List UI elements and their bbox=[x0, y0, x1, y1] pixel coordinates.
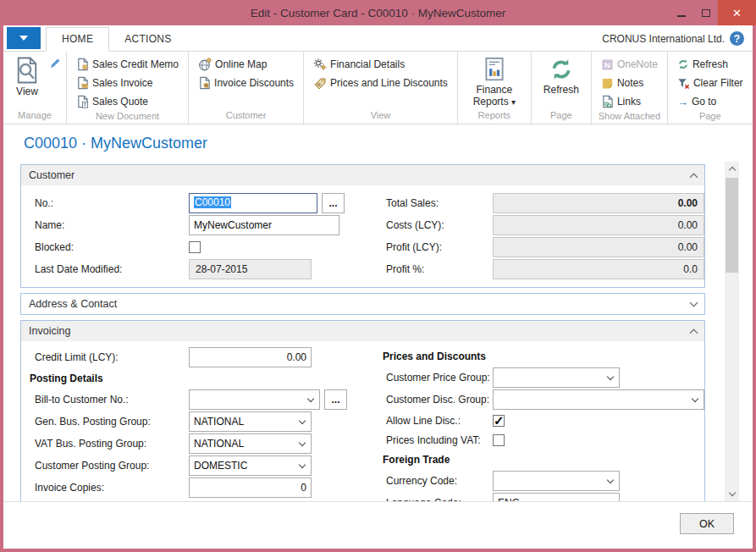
prices-line-discounts-button[interactable]: % Prices and Line Discounts bbox=[311, 75, 450, 91]
maximize-button[interactable] bbox=[693, 0, 718, 25]
ribbon-tab-row: HOME ACTIONS CRONUS International Ltd. ? bbox=[3, 25, 753, 52]
fasttab-customer-header[interactable]: Customer bbox=[21, 165, 704, 185]
online-map-button[interactable]: Online Map bbox=[196, 56, 296, 73]
scrollbar-thumb[interactable] bbox=[726, 178, 738, 273]
fasttab-invoicing-title: Invoicing bbox=[29, 325, 70, 337]
costs-lcy-label: Costs (LCY): bbox=[372, 219, 493, 231]
ribbon-group-page-2: Refresh Clear Filter Go to bbox=[668, 52, 753, 124]
gears-icon bbox=[313, 58, 327, 71]
vat-bus-posting-group-dropdown[interactable]: NATIONAL bbox=[189, 433, 312, 454]
edit-button[interactable] bbox=[50, 58, 61, 69]
onenote-icon: N bbox=[601, 58, 614, 71]
no-field[interactable]: C00010 bbox=[189, 193, 317, 213]
minimize-icon bbox=[677, 15, 686, 17]
scroll-down-button[interactable] bbox=[725, 487, 739, 501]
no-label: No.: bbox=[21, 197, 189, 209]
field-credit-limit: Credit Limit (LCY): bbox=[21, 346, 372, 368]
ribbon-group-label: View bbox=[304, 109, 457, 124]
page-title: C00010 · MyNewCustomer bbox=[24, 135, 705, 152]
field-total-sales: Total Sales: 0.00 bbox=[372, 192, 704, 214]
onenote-button[interactable]: N OneNote bbox=[599, 56, 660, 73]
bill-to-customer-dropdown[interactable] bbox=[189, 389, 320, 410]
scroll-up-button[interactable] bbox=[725, 162, 739, 176]
field-vat-bus-posting-group: VAT Bus. Posting Group: NATIONAL bbox=[21, 433, 372, 455]
no-lookup-button[interactable]: ... bbox=[322, 193, 345, 213]
customer-disc-group-dropdown[interactable] bbox=[493, 389, 704, 410]
titlebar: Edit - Customer Card - C00010 · MyNewCus… bbox=[0, 0, 756, 25]
sales-credit-memo-button[interactable]: Sales Credit Memo bbox=[74, 56, 181, 73]
minimize-button[interactable] bbox=[669, 0, 693, 25]
financial-details-button[interactable]: Financial Details bbox=[311, 56, 450, 73]
invoice-discounts-label: Invoice Discounts bbox=[214, 77, 294, 89]
credit-limit-field[interactable] bbox=[189, 347, 312, 367]
customer-posting-group-dropdown[interactable]: DOMESTIC bbox=[189, 455, 312, 476]
go-to-button[interactable]: Go to bbox=[675, 93, 746, 110]
profit-pct-label: Profit %: bbox=[372, 263, 493, 275]
notes-button[interactable]: Notes bbox=[599, 75, 660, 91]
blocked-checkbox[interactable] bbox=[189, 241, 201, 253]
document-percent-icon: % bbox=[198, 76, 211, 90]
field-costs-lcy: Costs (LCY): 0.00 bbox=[372, 214, 704, 236]
refresh-button-large[interactable]: Refresh bbox=[538, 56, 584, 109]
field-customer-posting-group: Customer Posting Group: DOMESTIC bbox=[21, 455, 372, 477]
window-title: Edit - Customer Card - C00010 · MyNewCus… bbox=[0, 7, 756, 19]
field-profit-pct: Profit %: 0.0 bbox=[372, 258, 704, 280]
invoice-copies-field[interactable] bbox=[189, 477, 312, 498]
help-icon[interactable]: ? bbox=[730, 31, 744, 46]
fasttab-customer-title: Customer bbox=[29, 169, 74, 181]
currency-code-label: Currency Code: bbox=[372, 475, 493, 487]
fasttab-address-contact-header[interactable]: Address & Contact bbox=[21, 294, 704, 314]
fasttab-address-contact-title: Address & Contact bbox=[29, 298, 117, 310]
footer-bar: OK bbox=[3, 501, 753, 549]
links-button[interactable]: Links bbox=[599, 93, 660, 110]
maximize-icon bbox=[702, 9, 710, 17]
tab-actions[interactable]: ACTIONS bbox=[109, 28, 186, 51]
gen-bus-posting-group-dropdown[interactable]: NATIONAL bbox=[189, 411, 312, 432]
fasttab-address-contact: Address & Contact bbox=[20, 293, 705, 315]
prices-discounts-heading: Prices and Discounts bbox=[372, 346, 704, 367]
ribbon-group-customer: Online Map % Invoice Discounts Customer bbox=[189, 52, 304, 124]
currency-code-dropdown[interactable] bbox=[493, 471, 620, 491]
refresh-icon bbox=[549, 57, 574, 82]
ribbon-group-show-attached: N OneNote Notes bbox=[592, 52, 668, 124]
sales-quote-button[interactable]: Sales Quote bbox=[74, 93, 181, 110]
name-label: Name: bbox=[21, 219, 189, 231]
allow-line-disc-checkbox[interactable] bbox=[493, 415, 505, 427]
close-button[interactable]: ✕ bbox=[718, 0, 756, 25]
invoice-discounts-button[interactable]: % Invoice Discounts bbox=[196, 75, 296, 91]
field-invoice-copies: Invoice Copies: bbox=[21, 477, 372, 499]
vertical-scrollbar[interactable] bbox=[725, 162, 739, 501]
field-customer-disc-group: Customer Disc. Group: bbox=[372, 389, 704, 411]
ok-button[interactable]: OK bbox=[680, 513, 734, 534]
globe-icon bbox=[198, 58, 212, 71]
name-field[interactable] bbox=[189, 215, 339, 235]
costs-lcy-field: 0.00 bbox=[493, 215, 704, 235]
finance-reports-button[interactable]: Finance Reports ▾ bbox=[465, 56, 524, 109]
document-quote-icon bbox=[76, 95, 89, 108]
view-button[interactable]: View bbox=[10, 56, 44, 99]
field-last-date-modified: Last Date Modified: 28-07-2015 bbox=[21, 258, 372, 280]
customer-price-group-dropdown[interactable] bbox=[493, 367, 620, 388]
prices-including-vat-checkbox[interactable] bbox=[493, 434, 505, 446]
window-controls: ✕ bbox=[669, 0, 756, 25]
svg-text:%: % bbox=[204, 83, 208, 88]
language-code-dropdown[interactable]: ENG bbox=[493, 493, 620, 501]
fasttab-invoicing-header[interactable]: Invoicing bbox=[21, 321, 704, 341]
clear-filter-button[interactable]: Clear Filter bbox=[675, 75, 746, 91]
sales-invoice-button[interactable]: Sales Invoice bbox=[74, 75, 181, 91]
posting-details-heading: Posting Details bbox=[21, 368, 372, 389]
field-bill-to-customer: Bill-to Customer No.: ... bbox=[21, 389, 372, 411]
sales-quote-label: Sales Quote bbox=[92, 96, 148, 108]
document-invoice-icon bbox=[76, 76, 89, 90]
scrollbar-track[interactable] bbox=[725, 176, 739, 487]
language-code-label: Language Code: bbox=[372, 497, 493, 501]
field-prices-including-vat: Prices Including VAT: bbox=[372, 430, 704, 450]
chevron-up-icon bbox=[690, 328, 698, 337]
chain-link-icon bbox=[601, 95, 614, 108]
tab-home[interactable]: HOME bbox=[46, 27, 109, 52]
invoice-copies-label: Invoice Copies: bbox=[21, 482, 189, 494]
chevron-down-icon bbox=[692, 395, 698, 402]
application-menu-button[interactable] bbox=[7, 27, 41, 49]
bill-to-lookup-button[interactable]: ... bbox=[324, 389, 347, 410]
refresh-page-button[interactable]: Refresh bbox=[675, 56, 746, 73]
